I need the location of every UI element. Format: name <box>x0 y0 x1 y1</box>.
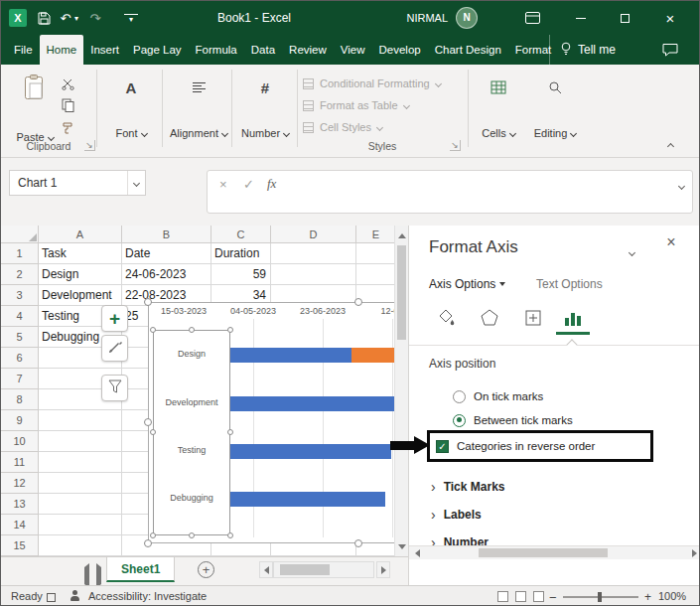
row-header-10[interactable]: 10 <box>1 431 39 452</box>
row-header-3[interactable]: 3 <box>1 285 39 306</box>
normal-view-icon[interactable] <box>497 591 508 602</box>
pane-horizontal-scrollbar[interactable] <box>409 545 700 559</box>
font-group-button[interactable]: A Font <box>104 70 158 147</box>
chart-bar-design[interactable] <box>230 348 351 363</box>
macro-record-icon[interactable] <box>47 593 56 602</box>
vertical-scrollbar-thumb[interactable] <box>397 245 406 340</box>
horizontal-scrollbar[interactable] <box>273 561 374 578</box>
row-header-12[interactable]: 12 <box>1 473 39 494</box>
cell-A1[interactable]: Task <box>39 243 122 264</box>
zoom-out-icon[interactable]: − <box>549 590 557 605</box>
row-header-1[interactable]: 1 <box>1 243 39 264</box>
formula-bar-expand-icon[interactable] <box>679 177 684 195</box>
tab-text-options[interactable]: Text Options <box>536 277 603 291</box>
axis-selection-handle[interactable] <box>227 429 233 435</box>
row-header-2[interactable]: 2 <box>1 264 39 285</box>
row-header-13[interactable]: 13 <box>1 494 39 515</box>
cell-C1[interactable]: Duration <box>211 243 271 264</box>
chart-bar-design[interactable] <box>351 348 394 363</box>
cell-A9[interactable] <box>39 410 122 431</box>
cut-icon[interactable] <box>59 75 76 92</box>
styles-item-conditional-formatting[interactable]: Conditional Formatting <box>303 73 466 94</box>
undo-dropdown-icon[interactable]: ▾ <box>70 1 82 35</box>
select-all-corner[interactable] <box>1 226 39 243</box>
cell-A15[interactable] <box>39 535 122 556</box>
tab-axis-options[interactable]: Axis Options <box>429 277 505 291</box>
scroll-down-icon[interactable] <box>395 538 408 554</box>
save-icon[interactable] <box>33 1 55 35</box>
insert-function-icon[interactable]: fx <box>267 171 276 197</box>
radio-on-tick-marks[interactable]: On tick marks <box>453 388 543 404</box>
page-layout-view-icon[interactable] <box>515 591 526 602</box>
pane-scrollbar-thumb[interactable] <box>479 548 608 557</box>
chart-selection-handle[interactable] <box>354 539 362 547</box>
hscroll-right-icon[interactable] <box>376 561 390 578</box>
cell-A12[interactable] <box>39 473 122 494</box>
ribbon-tab-view[interactable]: View <box>334 35 372 65</box>
axis-selection-handle[interactable] <box>189 532 195 538</box>
horizontal-scrollbar-thumb[interactable] <box>280 564 330 575</box>
zoom-level[interactable]: 100% <box>658 590 686 602</box>
cell-A11[interactable] <box>39 452 122 473</box>
axis-selection-handle[interactable] <box>189 327 195 333</box>
cell-D2[interactable] <box>271 264 356 285</box>
cell-C2[interactable]: 59 <box>211 264 271 285</box>
axis-selection-handle[interactable] <box>150 429 156 435</box>
chart-date-label[interactable]: 15-03-2023 <box>161 306 207 316</box>
clipboard-dialog-launcher-icon[interactable]: ↘ <box>84 140 95 151</box>
ribbon-tab-chart-design[interactable]: Chart Design <box>428 35 508 65</box>
sheet-nav-right-icon[interactable] <box>96 567 101 585</box>
ribbon-tab-develop[interactable]: Develop <box>372 35 428 65</box>
cells-group-button[interactable]: Cells <box>474 70 523 147</box>
cell-A13[interactable] <box>39 494 122 515</box>
maximize-button[interactable] <box>611 1 638 35</box>
row-header-6[interactable]: 6 <box>1 348 39 369</box>
account-avatar[interactable]: N <box>456 7 478 29</box>
scroll-up-icon[interactable] <box>395 227 408 243</box>
axis-selection-handle[interactable] <box>227 532 233 538</box>
collapse-ribbon-icon[interactable] <box>668 134 673 152</box>
category-axis-selection-box[interactable] <box>153 330 230 535</box>
ribbon-tab-data[interactable]: Data <box>244 35 282 65</box>
chart-selection-handle[interactable] <box>144 418 152 426</box>
col-header-B[interactable]: B <box>122 226 211 243</box>
chart-date-label[interactable]: 23-06-2023 <box>300 306 346 316</box>
col-header-E[interactable]: E <box>356 226 396 243</box>
row-header-14[interactable]: 14 <box>1 515 39 535</box>
chart-date-label[interactable]: 04-05-2023 <box>230 306 276 316</box>
page-break-view-icon[interactable] <box>533 591 544 602</box>
accessibility-status[interactable]: Accessibility: Investigate <box>88 590 207 602</box>
chart-bar-debugging[interactable] <box>230 492 385 507</box>
axis-options-icon[interactable] <box>560 305 586 331</box>
cell-A2[interactable]: Design <box>39 264 122 285</box>
zoom-in-icon[interactable]: + <box>644 590 651 604</box>
account-name[interactable]: NIRMAL <box>396 1 448 35</box>
pane-scroll-left-icon[interactable] <box>411 546 423 559</box>
chart-filters-button[interactable] <box>101 375 128 401</box>
ribbon-tab-home[interactable]: Home <box>40 35 84 65</box>
pane-close-icon[interactable]: × <box>659 233 683 251</box>
new-sheet-button[interactable]: + <box>198 561 214 578</box>
close-button[interactable]: × <box>656 1 684 35</box>
row-header-11[interactable]: 11 <box>1 452 39 473</box>
size-properties-icon[interactable] <box>520 305 546 331</box>
chart-bar-development[interactable] <box>230 396 395 411</box>
chart-selection-handle[interactable] <box>354 298 362 306</box>
pane-section-labels[interactable]: ›Labels <box>431 507 482 523</box>
formula-input[interactable]: × ✓ fx <box>207 170 693 214</box>
zoom-slider[interactable] <box>563 596 638 598</box>
cell-B1[interactable]: Date <box>122 243 211 264</box>
tell-me[interactable]: Tell me <box>549 35 616 65</box>
redo-icon[interactable]: ↷ <box>84 1 106 35</box>
col-header-C[interactable]: C <box>211 226 271 243</box>
sheet-tab-sheet1[interactable]: Sheet1 <box>106 557 175 582</box>
chart-bar-testing[interactable] <box>230 444 391 459</box>
cell-A10[interactable] <box>39 431 122 452</box>
row-header-9[interactable]: 9 <box>1 410 39 431</box>
minimize-button[interactable] <box>567 1 595 35</box>
ribbon-tab-formula[interactable]: Formula <box>189 35 244 65</box>
sheet-nav-left-icon[interactable] <box>84 567 89 585</box>
row-header-15[interactable]: 15 <box>1 535 39 556</box>
ribbon-tab-page-lay[interactable]: Page Lay <box>126 35 189 65</box>
format-painter-icon[interactable] <box>59 118 76 136</box>
